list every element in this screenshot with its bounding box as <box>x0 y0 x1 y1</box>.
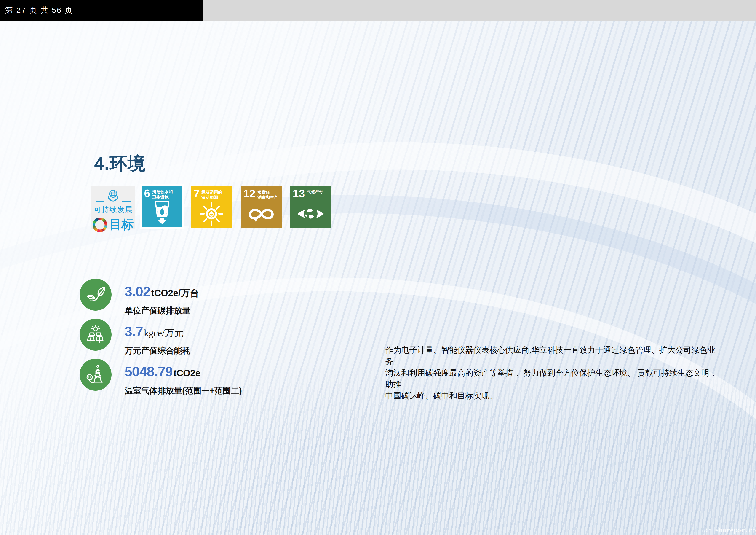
leaf-icon <box>85 284 106 305</box>
sdg-tile-7: 7 经济适用的 清洁能源 <box>191 186 232 228</box>
stat-icon-circle <box>80 319 112 351</box>
stat-number: 3.02 <box>124 284 150 299</box>
eye-earth-icon <box>290 200 331 228</box>
un-emblem-row <box>96 188 130 204</box>
stat-number: 5048.79 <box>124 364 173 380</box>
un-emblem-icon <box>106 188 121 204</box>
section-title: 4.环境 <box>94 152 146 176</box>
stat-unit: tCO2e/万台 <box>151 287 199 299</box>
background-highlight <box>0 0 756 535</box>
stat-icon-circle <box>80 279 112 311</box>
sdg-logo-goal-text: 目标 <box>109 216 134 233</box>
sdg-number: 13 <box>293 189 305 199</box>
solar-panel-icon <box>85 324 107 346</box>
sdg-wheel-icon <box>93 217 107 232</box>
sun-energy-icon <box>191 200 232 228</box>
sdg-number: 12 <box>243 189 256 199</box>
power-tower-icon <box>85 364 107 386</box>
water-glass-icon <box>142 200 182 227</box>
description-paragraph: 作为电子计量、智能仪器仪表核心供应商,华立科技一直致力于通过绿色管理、扩大公司绿… <box>385 345 721 402</box>
sdg-tile-6: 6 清洁饮水和 卫生设施 <box>142 186 182 227</box>
paragraph-line: 作为电子计量、智能仪器仪表核心供应商,华立科技一直致力于通过绿色管理、扩大公司绿… <box>385 345 721 367</box>
watermark: artsharepor.com <box>704 526 756 534</box>
sdg-number: 6 <box>144 188 150 199</box>
stat-label: 温室气体排放量(范围一+范围二) <box>124 385 242 396</box>
stat-value: 3.02 tCO2e/万台 <box>124 284 199 299</box>
stat-label: 万元产值综合能耗 <box>124 345 190 356</box>
page-number: 第 27 页 共 56 页 <box>0 5 73 15</box>
sdg-logo-tile: 可持续发展 目标 <box>92 185 135 229</box>
sdg-tile-12: 12 负责任 消费和生产 <box>241 186 282 228</box>
sdg-logo-goal-row: 目标 <box>93 216 134 233</box>
sdg-tile-13: 13 气候行动 <box>290 186 331 228</box>
stat-unit: kgce/万元 <box>144 326 184 339</box>
stat-icon-circle <box>80 359 112 391</box>
emblem-rule-left <box>96 201 104 202</box>
sdg-tile-head: 12 负责任 消费和生产 <box>243 189 279 200</box>
paragraph-line: 淘汰和利用碳强度最高的资产等举措， 努力做到全方位保护生态环境、 贡献可持续生态… <box>385 367 721 390</box>
sdg-label: 经济适用的 清洁能源 <box>202 190 222 200</box>
page-background <box>0 0 756 535</box>
sdg-logo-text: 可持续发展 <box>94 205 133 215</box>
sdg-label: 清洁饮水和 卫生设施 <box>152 189 173 200</box>
stat-value: 5048.79 tCO2e <box>124 364 201 380</box>
emblem-rule-right <box>122 201 130 202</box>
stat-label: 单位产值碳排放量 <box>124 305 190 316</box>
sdg-label: 负责任 消费和生产 <box>257 190 278 200</box>
infinity-arrow-icon <box>241 200 282 228</box>
sdg-tile-head: 13 气候行动 <box>293 189 329 199</box>
sdg-label: 气候行动 <box>307 190 323 195</box>
page-header-strip <box>203 0 756 20</box>
sdg-tile-head: 6 清洁饮水和 卫生设施 <box>144 188 180 200</box>
sdg-number: 7 <box>193 189 200 199</box>
sdg-tile-head: 7 经济适用的 清洁能源 <box>193 189 230 200</box>
stat-value: 3.7 kgce/万元 <box>124 324 184 339</box>
paragraph-line: 中国碳达峰、碳中和目标实现。 <box>385 390 721 402</box>
stat-unit: tCO2e <box>174 368 201 378</box>
page-header-bar: 第 27 页 共 56 页 <box>0 0 203 20</box>
stat-number: 3.7 <box>124 324 143 339</box>
